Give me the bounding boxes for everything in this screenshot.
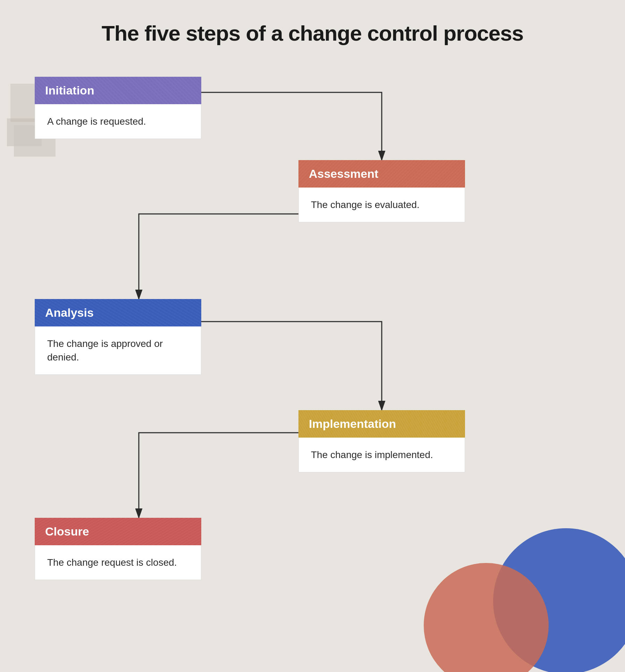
step-assessment-body: The change is evaluated. xyxy=(298,188,465,222)
step-implementation-header: Implementation xyxy=(298,410,465,438)
step-closure-label: Closure xyxy=(45,525,89,538)
step-closure: Closure The change request is closed. xyxy=(35,518,201,580)
step-closure-text: The change request is closed. xyxy=(47,556,189,569)
step-implementation-text: The change is implemented. xyxy=(311,448,453,462)
step-assessment-text: The change is evaluated. xyxy=(311,198,453,211)
page-title: The five steps of a change control proce… xyxy=(0,0,625,63)
step-initiation-text: A change is requested. xyxy=(47,115,189,128)
step-closure-body: The change request is closed. xyxy=(35,545,201,580)
step-implementation-body: The change is implemented. xyxy=(298,438,465,472)
step-assessment-header: Assessment xyxy=(298,160,465,188)
step-analysis-body: The change is approved or denied. xyxy=(35,326,201,375)
step-implementation-label: Implementation xyxy=(309,417,396,431)
step-initiation-header: Initiation xyxy=(35,77,201,104)
step-analysis-label: Analysis xyxy=(45,306,94,320)
step-analysis-text: The change is approved or denied. xyxy=(47,337,189,364)
step-implementation: Implementation The change is implemented… xyxy=(298,410,465,472)
step-assessment: Assessment The change is evaluated. xyxy=(298,160,465,222)
step-initiation: Initiation A change is requested. xyxy=(35,77,201,139)
step-assessment-label: Assessment xyxy=(309,167,378,181)
diagram-area: Initiation A change is requested. Assess… xyxy=(0,63,625,646)
step-initiation-label: Initiation xyxy=(45,84,94,97)
step-closure-header: Closure xyxy=(35,518,201,545)
step-analysis-header: Analysis xyxy=(35,299,201,326)
step-analysis: Analysis The change is approved or denie… xyxy=(35,299,201,375)
step-initiation-body: A change is requested. xyxy=(35,104,201,139)
